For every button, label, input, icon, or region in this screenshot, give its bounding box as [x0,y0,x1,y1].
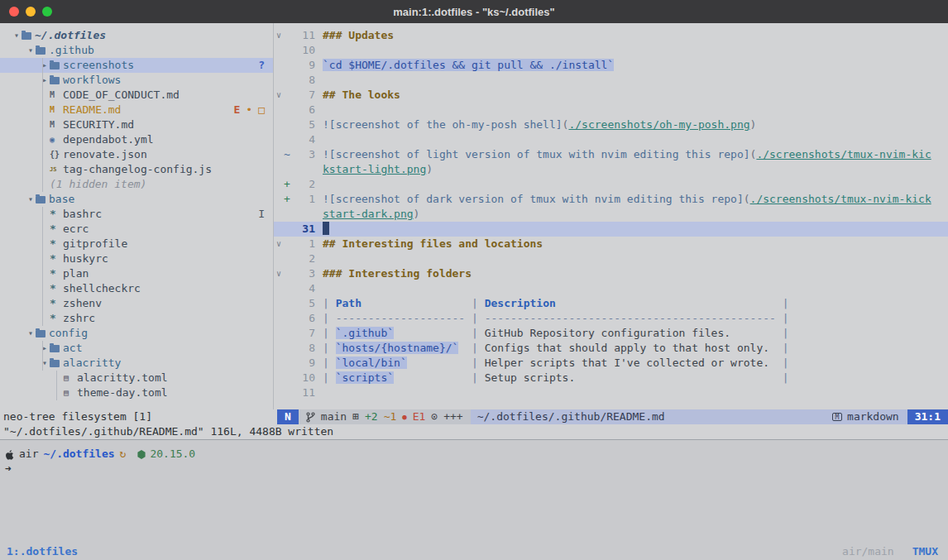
editor-line[interactable]: ∨3### Interesting folders [274,266,948,281]
tree-item-dependabot-yml[interactable]: ◉dependabot.yml [0,132,273,147]
yml-file-icon: ◉ [50,132,63,147]
tree-item-plan[interactable]: *plan [0,266,273,281]
expander-icon[interactable]: ▾ [12,28,22,43]
gutter-gap [315,222,323,237]
editor-line[interactable]: 31 [274,222,948,237]
tree-item-alacritty-toml[interactable]: ▤alacritty.toml [0,371,273,385]
git-sign: + [284,192,293,207]
editor-line[interactable]: ∨11### Updates [274,28,948,43]
editor-line[interactable]: 2 [274,251,948,266]
tmux-window-name[interactable]: 1:.dotfiles [7,545,78,558]
editor-line[interactable]: 10| `scripts` | Setup scripts. | [274,371,948,385]
zoom-button[interactable] [42,7,52,17]
tree-item-github[interactable]: ▾.github [0,43,273,58]
expander-icon[interactable]: ▾ [26,43,36,58]
text-segment: `hosts/{hostname}/` [336,342,459,354]
folder-icon [36,329,49,337]
tree-item-alacritty[interactable]: ▾alacritty [0,356,273,371]
editor-pane[interactable]: ∨11### Updates109`cd $HOME/.dotfiles && … [274,23,948,409]
tree-item-config[interactable]: ▾config [0,326,273,341]
fold-icon[interactable]: ∨ [274,237,284,251]
tree-item-base[interactable]: ▾base [0,192,273,207]
tree-item-1-hidden-item[interactable]: (1 hidden item) [0,177,273,192]
expander-icon[interactable]: ▾ [26,192,36,207]
editor-line[interactable]: 6 [274,103,948,117]
error-icon: ● [402,409,406,424]
line-number: 10 [293,371,315,385]
expander-icon[interactable]: ▸ [40,73,50,88]
tree-item-code-of-conduct-md[interactable]: MCODE_OF_CONDUCT.md [0,88,273,103]
tree-item-screenshots[interactable]: ▸screenshots? [0,58,273,73]
gutter-gap [315,326,323,341]
close-button[interactable] [9,7,19,17]
sign-column [284,296,293,311]
fold-column [274,326,284,341]
shell-pane: air ~/.dotfiles ↻ 20.15.0 ➜ [0,439,948,542]
tree-item-label: config [49,326,88,341]
editor-line[interactable]: 5| Path | Description | [274,296,948,311]
editor-line[interactable]: ∨1## Interesting files and locations [274,237,948,251]
editor-line[interactable]: 9| `local/bin` | Helper scripts that I'v… [274,356,948,371]
editor-line[interactable]: 7| `.github` | GitHub Repository configu… [274,326,948,341]
sign-column [284,132,293,147]
editor-line[interactable]: ~3![screenshot of light version of tmux … [274,147,948,162]
editor-line[interactable]: ∨7## The looks [274,88,948,103]
line-text: ## Interesting files and locations [323,237,543,251]
line-text: | `hosts/{hostname}/` | Configs that sho… [323,341,789,356]
tree-item-zshenv[interactable]: *zshenv [0,296,273,311]
editor-line[interactable]: 6| -------------------- | --------------… [274,311,948,326]
fold-column [274,296,284,311]
tree-item-workflows[interactable]: ▸workflows [0,73,273,88]
sign-column [284,326,293,341]
line-text: | `scripts` | Setup scripts. | [323,371,789,385]
editor-line[interactable]: 4 [274,132,948,147]
prompt-arrow[interactable]: ➜ [5,462,948,476]
editor-line[interactable]: 10 [274,43,948,58]
text-segment: | [465,327,484,339]
sign-column [284,237,293,251]
fold-icon[interactable]: ∨ [274,266,284,281]
expander-icon[interactable]: ▾ [40,356,50,371]
line-number: 5 [293,296,315,311]
text-segment: | [465,297,484,309]
text-segment: ./screenshots/oh-my-posh.png [568,118,749,131]
line-text: | `local/bin` | Helper scripts that I've… [323,356,789,371]
tree-item-tag-changelog-config-js[interactable]: JStag-changelog-config.js [0,162,273,177]
expander-icon[interactable]: ▸ [40,58,50,73]
sign-column [284,281,293,296]
tree-item-security-md[interactable]: MSECURITY.md [0,117,273,132]
editor-line[interactable]: 8 [274,73,948,88]
tree-item-act[interactable]: ▸act [0,341,273,356]
editor-line[interactable]: 5![screenshot of the oh-my-posh shell](.… [274,117,948,132]
fold-column [274,162,284,177]
tree-item-theme-day-toml[interactable]: ▤theme-day.toml [0,385,273,400]
editor-line[interactable]: 9`cd $HOME/.dotfiles && git pull && ./in… [274,58,948,73]
tree-item-bashrc[interactable]: *bashrcI [0,207,273,222]
tree-item-ecrc[interactable]: *ecrc [0,222,273,237]
editor-line[interactable]: 4 [274,281,948,296]
editor-line[interactable]: 8| `hosts/{hostname}/` | Configs that sh… [274,341,948,356]
text-segment: | [323,357,336,369]
tree-item-renovate-json[interactable]: {}renovate.json [0,147,273,162]
expander-icon[interactable]: ▾ [26,326,36,341]
expander-icon[interactable]: ▸ [40,341,50,356]
editor-line[interactable]: +1![screenshot of dark version of tmux w… [274,192,948,207]
tree-item-label: README.md [63,103,121,117]
fold-icon[interactable]: ∨ [274,88,284,103]
tree-item-dotfiles[interactable]: ▾~/.dotfiles [0,28,273,43]
folder-icon-shape [36,196,45,203]
editor-line[interactable]: start-dark.png) [274,207,948,222]
untracked-badge: ? [258,58,265,73]
editor-line[interactable]: +2 [274,177,948,192]
tree-item-zshrc[interactable]: *zshrc [0,311,273,326]
minimize-button[interactable] [26,7,36,17]
tree-item-huskyrc[interactable]: *huskyrc [0,251,273,266]
editor-line[interactable]: kstart-light.png) [274,162,948,177]
editor-line[interactable]: 11 [274,385,948,400]
tree-item-gitprofile[interactable]: *gitprofile [0,237,273,251]
tree-item-readme-md[interactable]: MREADME.mdE•□ [0,103,273,117]
fold-column [274,192,284,207]
tree-item-shellcheckrc[interactable]: *shellcheckrc [0,281,273,296]
tree-item-label: zshenv [63,296,102,311]
fold-icon[interactable]: ∨ [274,28,284,43]
